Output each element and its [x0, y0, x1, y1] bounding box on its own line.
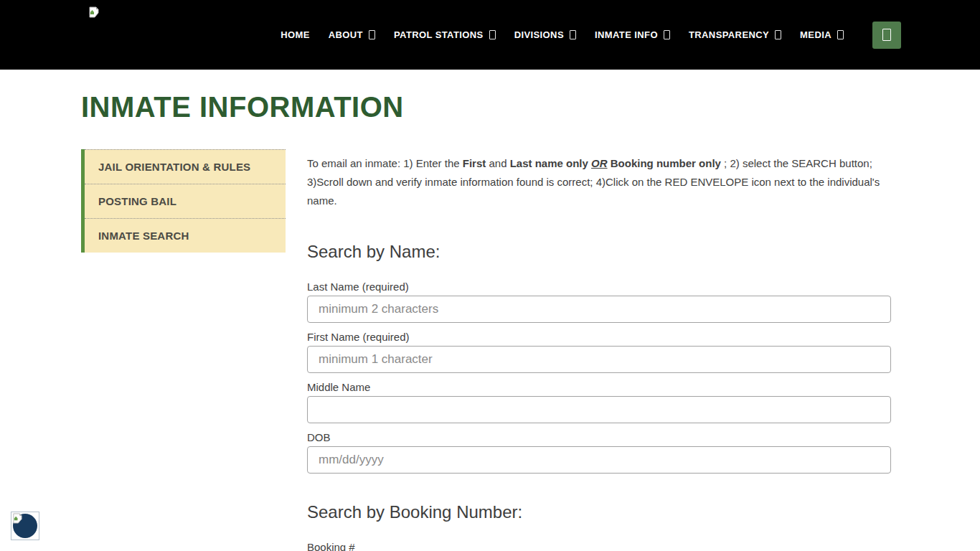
nav-item-media[interactable]: MEDIA	[800, 29, 844, 40]
site-header: HOME ABOUT PATROL STATIONS DIVISIONS INM…	[0, 0, 980, 70]
nav-item-inmate-info[interactable]: INMATE INFO	[595, 29, 670, 40]
nav-item-transparency[interactable]: TRANSPARENCY	[689, 29, 781, 40]
main-column: To email an inmate: 1) Enter the First a…	[307, 149, 891, 551]
nav-item-divisions[interactable]: DIVISIONS	[514, 29, 576, 40]
first-name-input[interactable]	[307, 346, 891, 373]
middle-name-input[interactable]	[307, 396, 891, 423]
dropdown-indicator-icon	[369, 30, 375, 39]
nav-label: MEDIA	[800, 29, 831, 40]
nav-label: DIVISIONS	[514, 29, 564, 40]
broken-image-icon	[88, 6, 100, 18]
first-name-field-group: First Name (required)	[307, 330, 891, 373]
nav-label: ABOUT	[329, 29, 363, 40]
dropdown-indicator-icon	[489, 30, 496, 39]
dropdown-indicator-icon	[570, 30, 576, 39]
sidebar-item-inmate-search[interactable]: INMATE SEARCH	[85, 218, 286, 253]
nav-item-home[interactable]: HOME	[281, 29, 310, 40]
dropdown-indicator-icon	[664, 30, 670, 39]
main-nav: HOME ABOUT PATROL STATIONS DIVISIONS INM…	[281, 0, 901, 70]
broken-image-icon	[12, 513, 23, 524]
middle-name-field-group: Middle Name	[307, 380, 891, 423]
nav-item-patrol-stations[interactable]: PATROL STATIONS	[394, 29, 496, 40]
section-sidebar: JAIL ORIENTATION & RULES POSTING BAIL IN…	[81, 149, 286, 253]
sidebar-item-posting-bail[interactable]: POSTING BAIL	[85, 184, 286, 218]
nav-label: TRANSPARENCY	[689, 29, 769, 40]
last-name-field-group: Last Name (required)	[307, 280, 891, 323]
dropdown-indicator-icon	[837, 30, 844, 39]
sidebar-item-jail-orientation[interactable]: JAIL ORIENTATION & RULES	[85, 149, 286, 184]
nav-label: PATROL STATIONS	[394, 29, 484, 40]
last-name-label: Last Name (required)	[307, 280, 891, 293]
search-icon	[882, 29, 891, 41]
header-search-button[interactable]	[872, 22, 901, 49]
page-content: INMATE INFORMATION JAIL ORIENTATION & RU…	[0, 91, 980, 551]
nav-label: HOME	[281, 29, 310, 40]
booking-number-field-group: Booking #	[307, 540, 891, 551]
dob-label: DOB	[307, 430, 891, 444]
site-logo-link[interactable]	[88, 6, 100, 18]
first-name-label: First Name (required)	[307, 330, 891, 344]
instructions-text: To email an inmate: 1) Enter the	[307, 157, 463, 169]
instructions-bold-first: First	[463, 157, 486, 169]
instructions-text: and	[486, 157, 509, 169]
nav-label: INMATE INFO	[595, 29, 658, 40]
instructions-bold-or: OR	[591, 157, 608, 169]
dob-field-group: DOB	[307, 430, 891, 474]
page-title: INMATE INFORMATION	[81, 91, 891, 123]
dropdown-indicator-icon	[775, 30, 781, 39]
booking-number-label: Booking #	[307, 540, 891, 551]
email-instructions: To email an inmate: 1) Enter the First a…	[307, 154, 891, 210]
search-by-name-heading: Search by Name:	[307, 242, 891, 262]
search-by-booking-heading: Search by Booking Number:	[307, 502, 891, 522]
nav-item-about[interactable]: ABOUT	[329, 29, 375, 40]
last-name-input[interactable]	[307, 296, 891, 323]
middle-name-label: Middle Name	[307, 380, 891, 394]
instructions-bold-booking: Booking number only	[611, 157, 721, 169]
accessibility-widget-button[interactable]	[11, 512, 39, 540]
instructions-bold-last-name: Last name only	[510, 157, 591, 169]
dob-input[interactable]	[307, 446, 891, 474]
